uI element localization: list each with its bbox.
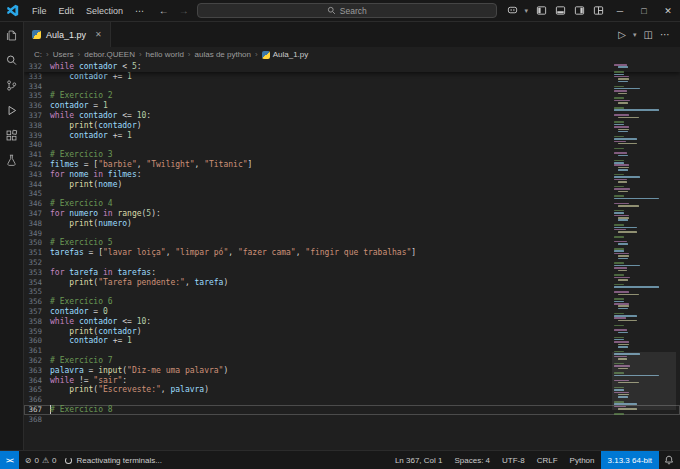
breadcrumb-item[interactable]: C: — [34, 50, 42, 59]
breadcrumb-item[interactable]: hello world — [146, 50, 184, 59]
notifications-bell-icon[interactable] — [659, 455, 680, 465]
code-line-349[interactable]: 349 — [24, 229, 680, 239]
code-line-363[interactable]: 363palavra = input("Diz-me uma palavra") — [24, 366, 680, 376]
line-number[interactable]: 342 — [24, 160, 50, 170]
search-box[interactable]: Search — [197, 3, 497, 18]
menu-item-[interactable]: ⋯ — [129, 6, 150, 16]
code-line-336[interactable]: 336contador = 1 — [24, 101, 680, 111]
line-number[interactable]: 341 — [24, 150, 50, 160]
code-line-355[interactable]: 355 — [24, 287, 680, 297]
code-line-357[interactable]: 357contador = 0 — [24, 307, 680, 317]
run-dropdown-icon[interactable]: ▾ — [633, 31, 637, 39]
code-line-366[interactable]: 366 — [24, 395, 680, 405]
code-line-365[interactable]: 365 print("Escreveste:", palavra) — [24, 385, 680, 395]
nav-forward-icon[interactable]: → — [177, 5, 191, 16]
code-line-364[interactable]: 364while != "sair": — [24, 376, 680, 386]
code-line-356[interactable]: 356# Exercício 6 — [24, 297, 680, 307]
more-actions-icon[interactable]: ⋯ — [660, 29, 670, 40]
extensions-icon[interactable] — [5, 128, 19, 142]
run-debug-icon[interactable] — [5, 103, 19, 117]
code-line-334[interactable]: 334 — [24, 82, 680, 92]
code-line-360[interactable]: 360 contador += 1 — [24, 336, 680, 346]
line-number[interactable]: 344 — [24, 180, 50, 190]
python-interpreter-badge[interactable]: 3.13.3 64-bit — [601, 451, 659, 469]
code-line-335[interactable]: 335# Exercício 2 — [24, 91, 680, 101]
breadcrumb-item[interactable]: Users — [53, 50, 74, 59]
line-number[interactable]: 356 — [24, 297, 50, 307]
run-python-file-button[interactable]: ▷ — [618, 29, 626, 40]
line-number[interactable]: 366 — [24, 395, 50, 405]
code-line-351[interactable]: 351tarefas = ["lavar loiça", "limpar pó"… — [24, 248, 680, 258]
minimize-button[interactable]: ─ — [608, 0, 632, 21]
toggle-panel-icon[interactable] — [551, 5, 570, 16]
code-line-342[interactable]: 342filmes = ["barbie", "Twilight", "Tita… — [24, 160, 680, 170]
code-line-333[interactable]: 333 contador += 1 — [24, 72, 680, 82]
breadcrumb-item[interactable]: debor.QUEEN — [84, 50, 135, 59]
code-line-340[interactable]: 340 — [24, 140, 680, 150]
line-number[interactable]: 364 — [24, 376, 50, 386]
line-number[interactable]: 361 — [24, 346, 50, 356]
code-line-343[interactable]: 343for nome in filmes: — [24, 170, 680, 180]
status-item-python[interactable]: Python — [564, 456, 601, 465]
line-number[interactable]: 360 — [24, 336, 50, 346]
split-editor-icon[interactable]: ◫ — [644, 29, 653, 40]
line-number[interactable]: 338 — [24, 121, 50, 131]
line-number[interactable]: 332 — [24, 62, 50, 72]
problems-indicator[interactable]: ⊘ 0 ⚠ 0 — [19, 456, 63, 465]
explorer-icon[interactable] — [5, 28, 19, 42]
toggle-primary-sidebar-icon[interactable] — [532, 5, 551, 16]
code-line-337[interactable]: 337while contador <= 10: — [24, 111, 680, 121]
line-number[interactable]: 334 — [24, 82, 50, 92]
minimap[interactable] — [614, 64, 672, 418]
code-line-361[interactable]: 361 — [24, 346, 680, 356]
code-line-347[interactable]: 347for numero in range(5): — [24, 209, 680, 219]
code-line-352[interactable]: 352 — [24, 258, 680, 268]
maximize-button[interactable]: □ — [632, 0, 656, 21]
line-number[interactable]: 352 — [24, 258, 50, 268]
line-number[interactable]: 353 — [24, 268, 50, 278]
menu-item-file[interactable]: File — [26, 6, 53, 16]
line-number[interactable]: 343 — [24, 170, 50, 180]
line-number[interactable]: 367 — [24, 405, 50, 415]
remote-indicator[interactable]: >< — [0, 451, 19, 469]
line-number[interactable]: 362 — [24, 356, 50, 366]
line-number[interactable]: 340 — [24, 140, 50, 150]
line-number[interactable]: 345 — [24, 189, 50, 199]
chevron-down-icon[interactable]: ▾ — [520, 7, 532, 15]
line-number[interactable]: 368 — [24, 415, 50, 425]
line-number[interactable]: 346 — [24, 199, 50, 209]
line-number[interactable]: 357 — [24, 307, 50, 317]
code-line-354[interactable]: 354 print("Tarefa pendente:", tarefa) — [24, 278, 680, 288]
close-button[interactable]: ✕ — [656, 0, 680, 21]
code-line-359[interactable]: 359 print(contador) — [24, 327, 680, 337]
close-tab-icon[interactable]: ✕ — [95, 30, 102, 39]
line-number[interactable]: 359 — [24, 327, 50, 337]
code-line-346[interactable]: 346# Exercício 4 — [24, 199, 680, 209]
minimap-slider[interactable] — [612, 352, 676, 410]
line-number[interactable]: 335 — [24, 91, 50, 101]
tab-aula-1-py[interactable]: Aula_1.py ✕ — [24, 22, 111, 47]
nav-back-icon[interactable]: ← — [157, 5, 171, 16]
line-number[interactable]: 347 — [24, 209, 50, 219]
code-line-348[interactable]: 348 print(numero) — [24, 219, 680, 229]
line-number[interactable]: 365 — [24, 385, 50, 395]
line-number[interactable]: 333 — [24, 72, 50, 82]
status-item-utf-8[interactable]: UTF-8 — [496, 456, 531, 465]
menu-item-edit[interactable]: Edit — [53, 6, 81, 16]
code-line-339[interactable]: 339 contador += 1 — [24, 131, 680, 141]
status-item-crlf[interactable]: CRLF — [531, 456, 564, 465]
code-line-367[interactable]: 367# Exercício 8 — [24, 405, 680, 415]
customize-layout-icon[interactable] — [589, 5, 608, 16]
code-line-350[interactable]: 350# Exercício 5 — [24, 238, 680, 248]
breadcrumb-item[interactable]: aulas de python — [195, 50, 252, 59]
status-item-ln-367-col-1[interactable]: Ln 367, Col 1 — [389, 456, 449, 465]
code-line-362[interactable]: 362# Exercício 7 — [24, 356, 680, 366]
menu-item-selection[interactable]: Selection — [80, 6, 129, 16]
code-line-338[interactable]: 338 print(contador) — [24, 121, 680, 131]
code-line-344[interactable]: 344 print(nome) — [24, 180, 680, 190]
source-control-icon[interactable] — [5, 78, 19, 92]
search-icon[interactable] — [5, 53, 19, 67]
code-line-353[interactable]: 353for tarefa in tarefas: — [24, 268, 680, 278]
line-number[interactable]: 355 — [24, 287, 50, 297]
line-number[interactable]: 336 — [24, 101, 50, 111]
